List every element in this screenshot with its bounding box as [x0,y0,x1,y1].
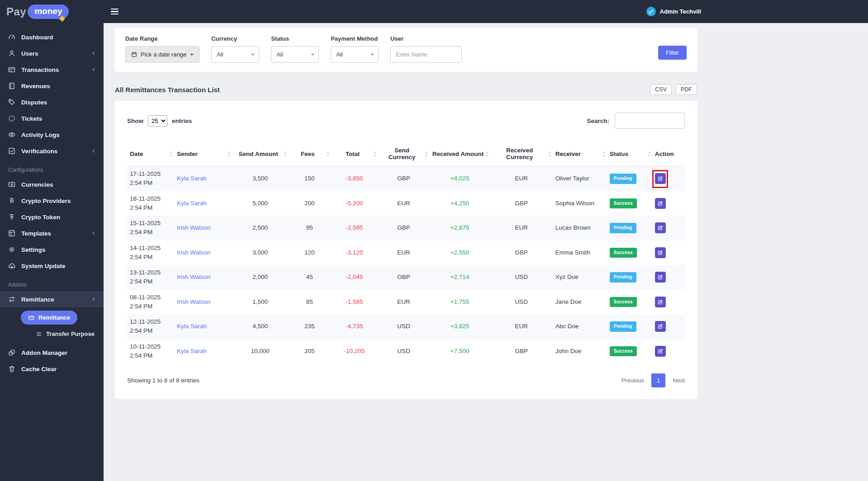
pagination-previous[interactable]: Previous [621,377,645,384]
filter-button[interactable]: Filter [658,46,687,60]
sender-link[interactable]: Irish Watson [177,224,211,231]
column-header-action[interactable]: Action [652,141,685,166]
received-currency-cell: EUR [490,314,553,339]
received-currency-cell: GBP [490,240,553,265]
edit-action-button[interactable] [655,297,666,307]
sender-cell: Irish Watson [174,216,232,240]
menu-toggle-button[interactable] [107,5,122,19]
sidebar-item-templates[interactable]: Templates [0,225,104,241]
admin-menu[interactable]: Admin Techvill [646,7,702,16]
sidebar-subitem-remittance[interactable]: Remittance [21,311,77,325]
search-input[interactable] [615,113,685,129]
page-size-select[interactable]: 25 [148,115,167,127]
sidebar-item-system-update[interactable]: System Update [0,258,104,274]
sender-cell: Irish Watson [174,290,232,315]
sidebar-item-addon-manager[interactable]: Addon Manager [0,344,104,361]
column-header-received-currency[interactable]: Received Currency▲▼ [490,141,553,166]
column-header-send-amount[interactable]: Send Amount▲▼ [232,141,288,166]
sender-link[interactable]: Kyla Sarah [177,323,207,330]
pagination-next[interactable]: Next [673,377,685,384]
sidebar-item-transactions[interactable]: Transactions [0,61,104,78]
chevron-left-icon [91,148,96,154]
sidebar-item-settings[interactable]: Settings [0,241,104,258]
sidebar-subitem-transfer-purpose[interactable]: Transfer Purpose [0,326,104,342]
sidebar-item-cache-clear[interactable]: Cache Clear [0,361,104,377]
crypto-token-icon [8,213,15,221]
sort-icon[interactable]: ▲▼ [284,151,287,157]
date-cell: 17-11-20252:54 PM [127,166,174,191]
sidebar-item-label: Cache Clear [21,366,57,373]
received-amount-cell: +4,025 [429,166,490,191]
column-header-send-currency[interactable]: Send Currency▲▼ [378,141,429,166]
sender-link[interactable]: Irish Watson [177,249,211,256]
sort-icon[interactable]: ▲▼ [170,151,173,157]
sort-icon[interactable]: ▲▼ [602,151,606,157]
sender-link[interactable]: Kyla Sarah [177,200,207,207]
sort-icon[interactable]: ▲▼ [373,151,376,157]
status-select[interactable]: All [271,46,319,63]
edit-action-button[interactable] [655,173,666,184]
sidebar-item-disputes[interactable]: Disputes [0,94,104,110]
column-header-fees[interactable]: Fees▲▼ [288,141,331,166]
sender-link[interactable]: Irish Watson [177,274,211,280]
edit-action-button[interactable] [655,247,666,258]
sidebar-item-tickets[interactable]: Tickets [0,110,104,127]
date-range-button[interactable]: Pick a date range [125,46,199,63]
edit-action-button[interactable] [655,222,666,233]
sidebar-item-activity-logs[interactable]: Activity Logs [0,127,104,143]
sort-icon[interactable]: ▲▼ [425,151,428,157]
app-logo[interactable]: Pay money [0,0,104,23]
addon-manager-icon [8,349,15,356]
sidebar-item-revenues[interactable]: Revenues [0,78,104,94]
sidebar-item-currencies[interactable]: Currencies [0,176,104,193]
sidebar-item-remittance[interactable]: Remittance [0,291,104,307]
activity-logs-icon [8,131,15,138]
date-range-label: Date Range [125,35,199,42]
sort-icon[interactable]: ▲▼ [548,151,551,157]
sort-icon[interactable]: ▲▼ [326,151,329,157]
export-csv-button[interactable]: CSV [650,84,672,95]
table-row: 15-11-20252:54 PMIrish Watson2,50095-2,5… [127,216,685,240]
user-name-input[interactable] [390,46,462,63]
sidebar-item-verifications[interactable]: Verifications [0,143,104,159]
sort-icon[interactable]: ▲▼ [648,151,651,157]
sidebar-subitem-label: Transfer Purpose [46,330,95,337]
currency-select[interactable]: All [211,46,259,63]
column-header-received-amount[interactable]: Received Amount▲▼ [429,141,490,166]
sender-link[interactable]: Kyla Sarah [177,348,207,354]
column-header-date[interactable]: Date▲▼ [127,141,174,166]
send-currency-cell: EUR [378,290,429,315]
verifications-icon [8,147,15,155]
sort-icon[interactable]: ▲▼ [228,151,231,157]
sidebar-item-label: Currencies [21,181,53,188]
date-cell: 14-11-20252:54 PM [127,240,174,265]
sidebar-item-users[interactable]: Users [0,45,104,61]
sidebar-item-crypto-token[interactable]: Crypto Token [0,209,104,225]
fees-cell: 205 [288,339,331,364]
edit-action-button[interactable] [655,198,666,209]
received-amount-cell: +7,500 [429,339,490,364]
sender-link[interactable]: Irish Watson [177,298,211,305]
sidebar-item-dashboard[interactable]: Dashboard [0,29,104,45]
sidebar-item-label: Disputes [21,99,47,106]
remittance-icon [8,296,15,303]
column-header-sender[interactable]: Sender▲▼ [174,141,232,166]
status-cell: Pending [607,166,652,191]
send-amount-cell: 2,000 [232,265,288,290]
edit-action-button[interactable] [655,321,666,332]
edit-action-button[interactable] [655,272,666,283]
sidebar-item-crypto-providers[interactable]: Crypto Providers [0,193,104,209]
column-header-status[interactable]: Status▲▼ [607,141,652,166]
key-icon [648,9,654,14]
status-badge: Success [610,248,637,258]
edit-icon [658,274,663,280]
column-header-total[interactable]: Total▲▼ [331,141,378,166]
export-pdf-button[interactable]: PDF [676,84,697,95]
payment-method-select[interactable]: All [331,46,379,63]
action-highlight-box [655,173,666,184]
sender-link[interactable]: Kyla Sarah [177,175,207,182]
sort-icon[interactable]: ▲▼ [486,151,489,157]
pagination-page-1[interactable]: 1 [651,373,665,387]
column-header-receiver[interactable]: Receiver▲▼ [553,141,607,166]
edit-action-button[interactable] [655,346,666,357]
